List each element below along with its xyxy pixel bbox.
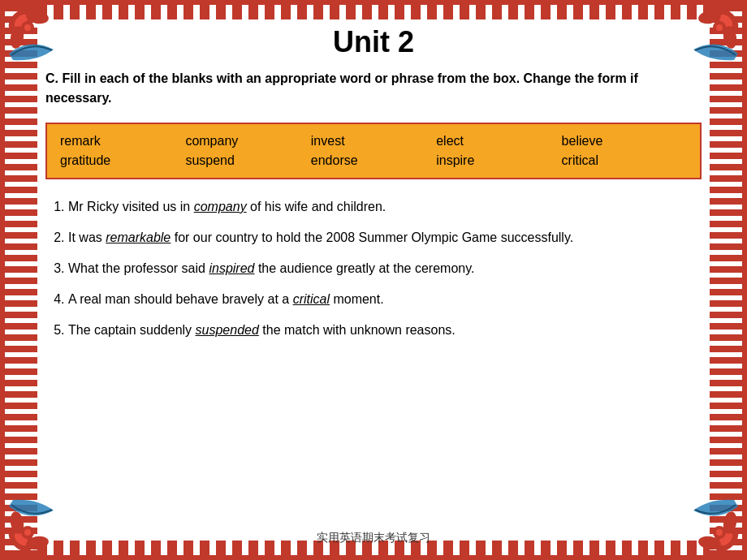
answer-4: critical xyxy=(293,292,330,306)
word-gratitude: gratitude xyxy=(60,153,185,168)
svg-point-5 xyxy=(24,24,31,31)
svg-point-23 xyxy=(716,529,723,536)
answer-2: remarkable xyxy=(106,230,171,244)
page-title: Unit 2 xyxy=(45,13,702,69)
word-believe: believe xyxy=(562,134,687,149)
word-elect: elect xyxy=(436,134,561,149)
word-endorse: endorse xyxy=(311,153,436,168)
page-wrapper: Unit 2 C. Fill in each of the blanks wit… xyxy=(0,0,747,560)
word-critical: critical xyxy=(562,153,687,168)
corner-top-left xyxy=(5,5,70,70)
sentence-3: What the professor said inspired the aud… xyxy=(68,259,702,278)
sentence-2: It was remarkable for our country to hol… xyxy=(68,228,702,248)
sentence-1-before: Mr Ricky visited us in xyxy=(68,200,194,213)
svg-point-11 xyxy=(716,24,723,31)
instruction-text: C. Fill in each of the blanks with an ap… xyxy=(45,69,702,108)
sentence-3-before: What the professor said xyxy=(68,261,209,275)
sentence-list: Mr Ricky visited us in company of his wi… xyxy=(45,197,702,340)
sentence-3-after: the audience greatly at the ceremony. xyxy=(254,261,474,275)
word-suspend: suspend xyxy=(185,153,310,168)
footer-text: 实用英语期末考试复习 xyxy=(5,531,742,545)
answer-3: inspired xyxy=(209,261,254,275)
word-invest: invest xyxy=(311,134,436,149)
sentence-1-after: of his wife and children. xyxy=(247,200,386,213)
word-remark: remark xyxy=(60,134,185,149)
sentence-4-after: moment. xyxy=(330,292,384,306)
corner-bottom-right xyxy=(677,490,742,555)
sentence-5-after: the match with unknown reasons. xyxy=(259,323,456,337)
word-box: remark company invest elect believe grat… xyxy=(45,123,702,179)
answer-1: company xyxy=(194,200,247,213)
sentence-1: Mr Ricky visited us in company of his wi… xyxy=(68,197,702,217)
sentence-4-before: A real man should behave bravely at a xyxy=(68,292,293,306)
corner-top-right xyxy=(677,5,742,70)
corner-bottom-left xyxy=(5,490,70,555)
answer-5: suspended xyxy=(196,323,259,337)
svg-point-17 xyxy=(24,529,31,536)
sentence-2-before: It was xyxy=(68,230,106,244)
sentence-5: The captain suddenly suspended the match… xyxy=(68,321,702,340)
word-inspire: inspire xyxy=(436,153,561,168)
word-company: company xyxy=(185,134,310,149)
sentence-4: A real man should behave bravely at a cr… xyxy=(68,290,702,309)
main-content: Unit 2 C. Fill in each of the blanks wit… xyxy=(5,5,742,368)
sentence-5-before: The captain suddenly xyxy=(68,323,196,337)
sentence-2-after: for our country to hold the 2008 Summer … xyxy=(171,230,573,244)
